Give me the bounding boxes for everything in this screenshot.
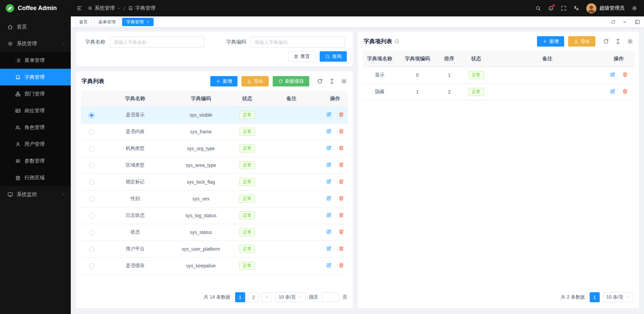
table-settings-icon[interactable] (627, 38, 633, 45)
dict-row[interactable]: 性别sys_sex正常 (81, 190, 348, 207)
edit-icon[interactable] (326, 128, 332, 134)
edit-icon[interactable] (326, 112, 332, 117)
refresh-cache-button[interactable]: 刷新缓存 (273, 76, 309, 86)
row-radio[interactable] (89, 230, 94, 235)
trash-icon[interactable] (338, 179, 344, 184)
edit-icon[interactable] (326, 212, 332, 218)
page-button-2[interactable]: 2 (249, 292, 259, 302)
breadcrumb-parent[interactable]: 系统管理 (88, 5, 121, 11)
sidebar-item-dept-mgmt[interactable]: 部门管理 (0, 85, 71, 102)
page-size-select[interactable]: 10 条/页 (275, 292, 306, 302)
edit-icon[interactable] (326, 246, 332, 251)
row-radio[interactable] (89, 180, 94, 185)
page-button-1[interactable]: 1 (590, 292, 600, 302)
collapse-sidebar-icon[interactable] (76, 5, 82, 11)
trash-icon[interactable] (338, 145, 344, 151)
trash-icon[interactable] (622, 88, 628, 94)
status-tag: 正常 (239, 144, 255, 152)
edit-icon[interactable] (610, 88, 615, 94)
tab-menu-mgmt[interactable]: 菜单管理 (94, 18, 120, 26)
row-radio[interactable] (89, 163, 94, 168)
layout-setting-button[interactable] (630, 16, 644, 27)
trash-icon[interactable] (338, 212, 344, 218)
next-page-button[interactable] (262, 292, 272, 302)
sidebar-item-post-mgmt[interactable]: 岗位管理 (0, 102, 71, 119)
refresh-page-button[interactable] (607, 16, 619, 27)
dict-code-input[interactable] (251, 37, 345, 48)
query-button[interactable]: 查询 (320, 51, 347, 62)
tab-home[interactable]: 首页 (75, 18, 92, 26)
trash-icon[interactable] (338, 246, 344, 251)
column-height-icon[interactable] (615, 38, 621, 45)
trash-icon[interactable] (622, 72, 628, 77)
dict-row[interactable]: 状态sys_status正常 (81, 224, 348, 241)
settings-icon[interactable] (632, 5, 637, 11)
row-radio[interactable] (89, 146, 94, 151)
sidebar-item-user-mgmt[interactable]: 用户管理 (0, 136, 71, 152)
row-radio[interactable] (89, 263, 94, 269)
close-icon[interactable] (146, 20, 150, 24)
row-radio[interactable] (89, 129, 94, 135)
refresh-table-icon[interactable] (317, 78, 323, 84)
dict-item-row[interactable]: 显示01正常 (363, 67, 635, 83)
fullscreen-icon[interactable] (561, 5, 567, 11)
trash-icon[interactable] (338, 229, 344, 235)
column-height-icon[interactable] (329, 78, 335, 84)
dict-row[interactable]: 机构类型sys_org_type正常 (81, 140, 348, 157)
status-tag: 正常 (239, 128, 255, 136)
sidebar-item-param-mgmt[interactable]: 参数管理 (0, 152, 71, 169)
add-dict-button[interactable]: 新增 (210, 76, 237, 86)
tab-actions-dropdown[interactable] (619, 16, 630, 27)
dict-row[interactable]: 用户平台sys_user_platform正常 (81, 241, 348, 257)
dict-row[interactable]: 是否内嵌sys_frame正常 (81, 123, 348, 140)
trash-icon[interactable] (338, 128, 344, 134)
sidebar-item-dict-mgmt[interactable]: 字典管理 (0, 69, 71, 85)
translate-icon[interactable] (574, 5, 579, 11)
tab-dict-mgmt[interactable]: 字典管理 (122, 18, 154, 26)
user-menu[interactable]: 超级管理员 (586, 3, 625, 13)
dict-row[interactable]: 锁定标记sys_lock_flag正常 (81, 174, 348, 190)
sidebar-item-system[interactable]: 系统管理 (0, 35, 71, 52)
org-tree-icon (15, 91, 21, 97)
trash-icon[interactable] (338, 262, 344, 268)
sidebar-item-region-mgmt[interactable]: 行政区域 (0, 169, 71, 186)
export-dict-button[interactable]: 导出 (241, 76, 269, 86)
search-icon[interactable] (535, 5, 541, 11)
edit-icon[interactable] (326, 145, 332, 151)
row-radio[interactable] (89, 247, 94, 252)
sidebar-item-role-mgmt[interactable]: 角色管理 (0, 119, 71, 136)
trash-icon[interactable] (338, 195, 344, 201)
dict-row[interactable]: 区域类型sys_area_type正常 (81, 157, 348, 174)
sidebar-item-menu-mgmt[interactable]: 菜单管理 (0, 52, 71, 69)
dict-row[interactable]: 是否显示sys_visible正常 (81, 107, 348, 123)
trash-icon[interactable] (338, 162, 344, 168)
add-item-button[interactable]: 新增 (537, 36, 564, 47)
table-settings-icon[interactable] (341, 78, 347, 84)
sidebar-item-monitor[interactable]: 系统监控 (0, 186, 71, 203)
trash-icon[interactable] (338, 112, 344, 117)
row-radio[interactable] (89, 113, 94, 118)
export-item-button[interactable]: 导出 (568, 36, 595, 47)
reset-button[interactable]: 重置 (288, 51, 315, 62)
dict-row[interactable]: 是否缓存sys_keepalive正常 (81, 257, 348, 274)
page-button-1[interactable]: 1 (235, 292, 245, 302)
jump-page-input[interactable] (322, 292, 339, 302)
refresh-table-icon[interactable] (603, 38, 609, 45)
dict-item-title: 字典项列表 (364, 38, 392, 45)
notifications-button[interactable] (548, 5, 554, 11)
edit-icon[interactable] (326, 162, 332, 168)
edit-icon[interactable] (326, 262, 332, 268)
tabbar: 首页菜单管理字典管理 (71, 16, 644, 27)
dict-name-input[interactable] (110, 37, 204, 48)
edit-icon[interactable] (610, 72, 615, 77)
chevron-down-icon (626, 295, 630, 299)
page-size-select[interactable]: 10 条/页 (603, 292, 633, 302)
row-radio[interactable] (89, 196, 94, 202)
sidebar-item-home[interactable]: 首页 (0, 18, 71, 35)
dict-row[interactable]: 日志状态sys_log_status正常 (81, 207, 348, 224)
edit-icon[interactable] (326, 229, 332, 235)
edit-icon[interactable] (326, 195, 332, 201)
dict-item-row[interactable]: 隐藏12正常 (363, 83, 635, 100)
row-radio[interactable] (89, 213, 94, 218)
edit-icon[interactable] (326, 179, 332, 184)
